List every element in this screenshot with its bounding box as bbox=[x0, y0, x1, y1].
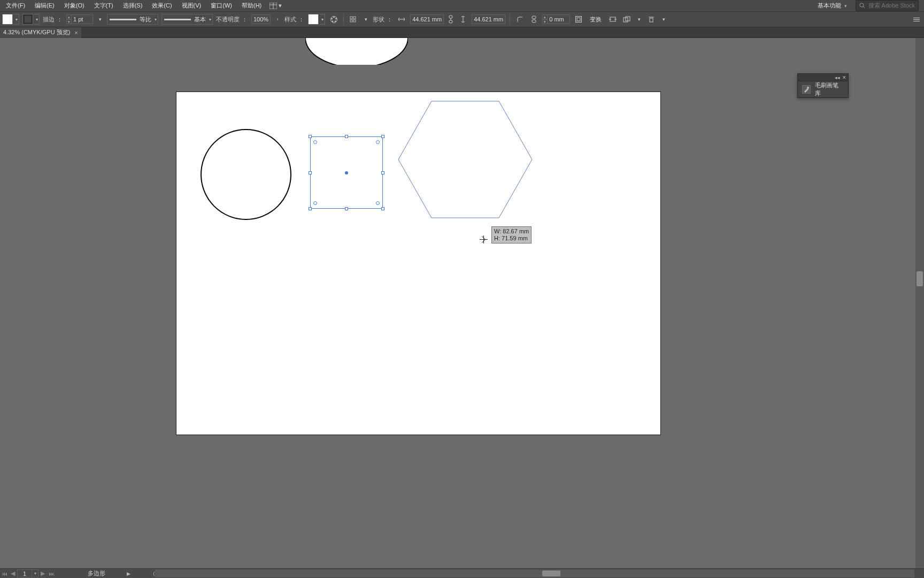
arrange-documents-button[interactable]: ▾ bbox=[266, 2, 285, 9]
corner-type-button[interactable] bbox=[514, 14, 525, 25]
svg-point-8 bbox=[334, 20, 336, 22]
svg-point-10 bbox=[331, 18, 333, 19]
svg-rect-17 bbox=[449, 20, 452, 23]
menu-type[interactable]: 文字(T) bbox=[89, 0, 118, 11]
menu-object[interactable]: 对象(O) bbox=[59, 0, 89, 11]
brush-definition-dropdown[interactable]: 基本 ▾ bbox=[161, 14, 213, 25]
offscreen-ellipse-shape[interactable] bbox=[305, 38, 408, 65]
close-tab-icon[interactable]: × bbox=[74, 29, 78, 36]
isolate-button[interactable] bbox=[607, 14, 618, 25]
menu-view[interactable]: 视图(V) bbox=[177, 0, 206, 11]
corner-link-icon[interactable] bbox=[528, 14, 539, 25]
align-panel-button[interactable] bbox=[348, 14, 359, 25]
stroke-profile-preview-icon bbox=[110, 19, 136, 20]
stroke-swatch[interactable]: ▾ bbox=[22, 14, 40, 25]
svg-point-3 bbox=[860, 3, 864, 7]
document-tab-label: 4.32% (CMYK/GPU 预览) bbox=[3, 28, 70, 36]
selection-handle[interactable] bbox=[381, 135, 384, 138]
graphic-style-swatch[interactable]: ▾ bbox=[308, 14, 325, 25]
selection-handle[interactable] bbox=[345, 135, 348, 138]
align-to-menu[interactable]: ▾ bbox=[660, 14, 667, 25]
chevron-down-icon: ▾ bbox=[14, 14, 19, 25]
svg-rect-14 bbox=[353, 20, 356, 22]
recolor-artwork-button[interactable] bbox=[328, 14, 339, 25]
menu-file[interactable]: 文件(F) bbox=[1, 0, 30, 11]
menu-help[interactable]: 帮助(H) bbox=[237, 0, 266, 11]
scrollbar-thumb[interactable] bbox=[917, 271, 923, 286]
fill-swatch[interactable]: ▾ bbox=[2, 14, 19, 25]
center-point-icon bbox=[345, 171, 348, 174]
svg-rect-20 bbox=[532, 16, 536, 19]
svg-line-4 bbox=[863, 6, 865, 8]
vertical-scrollbar[interactable] bbox=[915, 38, 924, 568]
svg-rect-16 bbox=[449, 16, 452, 18]
adobe-stock-search[interactable]: 搜索 Adobe Stock bbox=[856, 0, 919, 11]
svg-rect-22 bbox=[576, 17, 582, 22]
workspace-label: 基本功能 bbox=[818, 2, 841, 10]
shape-width-input[interactable]: 44.621 mm bbox=[410, 14, 444, 24]
stroke-label: 描边 bbox=[43, 16, 55, 24]
corner-widget[interactable] bbox=[313, 140, 317, 144]
last-artboard-button[interactable]: ⏭ bbox=[47, 569, 56, 578]
status-menu-button[interactable]: ▶ bbox=[126, 570, 131, 577]
selection-handle[interactable] bbox=[309, 171, 312, 174]
shape-properties-button[interactable] bbox=[573, 14, 584, 25]
svg-rect-30 bbox=[650, 18, 653, 22]
document-tab[interactable]: 4.32% (CMYK/GPU 预览) × bbox=[0, 27, 81, 38]
canvas-viewport[interactable]: W: 82.67 mm H: 71.59 mm ◂◂ ✕ 毛刷画笔库 bbox=[0, 38, 924, 568]
stroke-weight-input[interactable]: ▴▾ 1 pt bbox=[66, 14, 93, 24]
corner-widget[interactable] bbox=[313, 201, 317, 205]
menu-select[interactable]: 选择(S) bbox=[118, 0, 148, 11]
arrange-button[interactable] bbox=[621, 14, 632, 25]
menu-window[interactable]: 窗口(W) bbox=[206, 0, 237, 11]
scrollbar-thumb[interactable] bbox=[542, 571, 560, 576]
selection-handle[interactable] bbox=[345, 207, 348, 210]
control-panel-menu-icon[interactable] bbox=[911, 16, 922, 24]
corner-widget[interactable] bbox=[376, 140, 380, 144]
tooltip-width: W: 82.67 mm bbox=[494, 228, 529, 235]
selection-handle[interactable] bbox=[309, 135, 312, 138]
menu-effect[interactable]: 效果(C) bbox=[147, 0, 176, 11]
align-menu[interactable]: ▾ bbox=[362, 14, 369, 25]
first-artboard-button[interactable]: ⏮ bbox=[0, 569, 9, 578]
search-placeholder: 搜索 Adobe Stock bbox=[868, 2, 915, 10]
document-tabstrip: 4.32% (CMYK/GPU 预览) × bbox=[0, 27, 924, 38]
circle-shape[interactable] bbox=[201, 129, 291, 220]
next-artboard-button[interactable]: ▶ bbox=[38, 569, 47, 578]
chevron-down-icon: ▾ bbox=[279, 2, 282, 9]
selection-handle[interactable] bbox=[381, 171, 384, 174]
opacity-menu[interactable]: › bbox=[274, 14, 281, 25]
align-to-button[interactable] bbox=[646, 14, 657, 25]
corner-radius-input[interactable]: ▴▾ 0 mm bbox=[542, 14, 570, 24]
selected-rectangle-shape[interactable] bbox=[309, 135, 384, 210]
panel-close-icon[interactable]: ✕ bbox=[842, 75, 846, 80]
opacity-input[interactable]: 100% bbox=[251, 14, 271, 24]
artboard-number-input[interactable]: ▾ bbox=[17, 569, 38, 577]
shape-height-input[interactable]: 44.621 mm bbox=[472, 14, 505, 24]
corner-widget[interactable] bbox=[376, 201, 380, 205]
measurement-tooltip: W: 82.67 mm H: 71.59 mm bbox=[491, 226, 532, 244]
svg-rect-13 bbox=[350, 20, 352, 22]
svg-point-6 bbox=[333, 16, 335, 18]
panel-title: 毛刷画笔库 bbox=[815, 81, 844, 97]
hexagon-shape-preview[interactable] bbox=[398, 101, 533, 218]
width-icon bbox=[396, 14, 407, 25]
svg-marker-31 bbox=[398, 101, 532, 218]
bristle-brush-library-panel[interactable]: ◂◂ ✕ 毛刷画笔库 bbox=[797, 73, 849, 98]
stroke-weight-menu[interactable]: ▾ bbox=[96, 14, 104, 25]
svg-point-7 bbox=[335, 18, 337, 19]
selection-handle[interactable] bbox=[381, 207, 384, 210]
arrange-menu[interactable]: ▾ bbox=[635, 14, 643, 25]
panel-collapse-icon[interactable]: ◂◂ bbox=[835, 75, 840, 80]
horizontal-scrollbar[interactable] bbox=[155, 569, 914, 577]
link-dimensions-toggle[interactable] bbox=[447, 14, 455, 25]
search-icon bbox=[859, 3, 865, 9]
prev-artboard-button[interactable]: ◀ bbox=[9, 569, 17, 578]
width-profile-dropdown[interactable]: 等比 ▾ bbox=[107, 14, 158, 25]
workspace-switcher[interactable]: 基本功能 ▾ bbox=[814, 1, 850, 11]
opacity-label: 不透明度 bbox=[216, 16, 240, 24]
chevron-down-icon: ▾ bbox=[209, 17, 211, 22]
menu-edit[interactable]: 编辑(E) bbox=[30, 0, 59, 11]
selection-handle[interactable] bbox=[309, 207, 312, 210]
transform-panel-button[interactable]: 变换 bbox=[587, 14, 604, 25]
